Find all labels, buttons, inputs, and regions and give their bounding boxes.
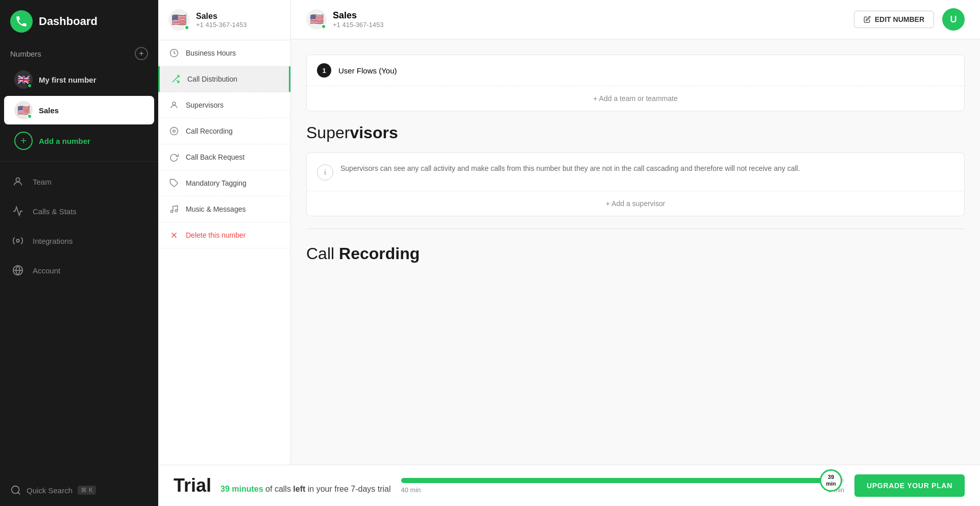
menu-item-business-hours[interactable]: Business Hours	[158, 40, 290, 66]
add-number-label: Add a number	[39, 137, 90, 145]
sidebar: Dashboard Numbers + 🇬🇧 My first number 🇺…	[0, 0, 158, 506]
add-number-item[interactable]: + Add a number	[4, 127, 154, 155]
online-dot	[184, 25, 189, 30]
call-recording-title-light: Call	[306, 244, 339, 263]
section-divider	[306, 229, 965, 229]
middle-panel: 🇺🇸 Sales +1 415-367-1453 Business Hours …	[158, 0, 291, 506]
number-phone: +1 415-367-1453	[196, 21, 247, 29]
x-icon	[168, 230, 180, 241]
number-title-text: Sales +1 415-367-1453	[333, 10, 383, 29]
upgrade-plan-button[interactable]: UPGRADE YOUR PLAN	[854, 474, 965, 497]
call-recording-title: Call Recording	[306, 244, 965, 263]
numbers-section-header: Numbers +	[0, 43, 158, 64]
add-number-circle-btn[interactable]: +	[135, 47, 148, 60]
supervisor-icon	[168, 99, 180, 111]
account-label: Account	[33, 266, 60, 275]
menu-item-call-recording[interactable]: Call Recording	[158, 118, 290, 144]
sidebar-divider	[0, 161, 158, 162]
add-number-icon: +	[14, 132, 33, 150]
callback-icon	[168, 151, 180, 163]
header-number-phone: +1 415-367-1453	[333, 21, 383, 29]
team-label: Team	[33, 178, 52, 186]
globe-icon	[10, 263, 26, 278]
number-info: Sales +1 415-367-1453	[196, 12, 247, 29]
sidebar-item-my-first-number[interactable]: 🇬🇧 My first number	[4, 65, 154, 94]
sidebar-item-team[interactable]: Team	[0, 167, 158, 196]
integrations-icon	[10, 233, 26, 248]
trial-text: 39 minutes of calls left in your free 7-…	[220, 485, 390, 494]
number-name-my-first: My first number	[39, 75, 96, 84]
logo-icon	[10, 10, 33, 33]
menu-label-music-messages: Music & Messages	[186, 205, 246, 213]
menu-item-mandatory-tagging[interactable]: Mandatory Tagging	[158, 170, 290, 196]
edit-icon	[864, 16, 871, 23]
progress-container: 39 min 40 min 0 min	[401, 478, 844, 494]
thumb-line1: 39	[828, 474, 834, 480]
user-flows-name: User Flows (You)	[338, 66, 397, 75]
recording-icon	[168, 125, 180, 137]
menu-item-call-back-request[interactable]: Call Back Request	[158, 144, 290, 170]
sidebar-item-account[interactable]: Account	[0, 256, 158, 285]
add-team-label: + Add a team or teammate	[593, 94, 677, 103]
supervisors-info-text: Supervisors can see any call activity an…	[340, 163, 800, 174]
edit-number-label: EDIT NUMBER	[875, 15, 924, 23]
user-badge: 1	[317, 63, 331, 78]
supervisors-title: Supervisors	[306, 123, 965, 142]
user-flows-card: 1 User Flows (You) + Add a team or teamm…	[306, 55, 965, 111]
number-name-sales: Sales	[39, 106, 59, 115]
progress-fill	[401, 478, 831, 483]
call-recording-title-bold: Recording	[339, 244, 420, 263]
flag-icon-gb: 🇬🇧	[14, 70, 33, 89]
svg-line-5	[18, 492, 20, 494]
add-supervisor-label: + Add a supervisor	[606, 199, 665, 208]
add-team-row[interactable]: + Add a team or teammate	[307, 86, 964, 111]
progress-thumb: 39 min	[820, 469, 842, 492]
svg-point-8	[170, 128, 178, 135]
status-dot-us	[27, 114, 32, 119]
menu-label-call-distribution: Call Distribution	[187, 75, 237, 83]
trial-text-right: in your free 7-days trial	[308, 485, 391, 493]
status-dot-gb	[27, 83, 32, 88]
calls-stats-label: Calls & Stats	[33, 207, 77, 216]
menu-label-delete-number: Delete this number	[186, 231, 246, 239]
sidebar-item-integrations[interactable]: Integrations	[0, 226, 158, 256]
svg-point-7	[173, 102, 176, 105]
trial-bar: Trial 39 minutes of calls left in your f…	[158, 465, 980, 506]
svg-point-12	[175, 210, 178, 212]
number-header: 🇺🇸 Sales +1 415-367-1453	[158, 0, 290, 40]
kbd-shortcut: ⌘ K	[78, 486, 96, 495]
trial-minutes: 39 minutes	[220, 485, 263, 493]
supervisors-title-light: Super	[306, 123, 350, 142]
sidebar-item-calls-stats[interactable]: Calls & Stats	[0, 196, 158, 226]
trial-text-middle: of calls	[265, 485, 291, 493]
app-title: Dashboard	[39, 15, 97, 28]
content-body: 1 User Flows (You) + Add a team or teamm…	[291, 39, 980, 340]
add-supervisor-row[interactable]: + Add a supervisor	[307, 191, 964, 216]
menu-item-call-distribution[interactable]: Call Distribution	[158, 66, 290, 92]
edit-number-button[interactable]: EDIT NUMBER	[854, 11, 934, 28]
integrations-label: Integrations	[33, 237, 72, 245]
menu-item-delete-number[interactable]: Delete this number	[158, 222, 290, 248]
distribution-icon	[170, 73, 181, 85]
svg-point-0	[16, 178, 19, 182]
person-icon	[10, 174, 26, 189]
info-icon: i	[317, 164, 333, 181]
menu-item-music-messages[interactable]: Music & Messages	[158, 196, 290, 222]
menu-item-supervisors[interactable]: Supervisors	[158, 92, 290, 118]
menu-label-business-hours: Business Hours	[186, 49, 236, 57]
sidebar-item-sales[interactable]: 🇺🇸 Sales	[4, 96, 154, 124]
search-icon	[10, 485, 21, 496]
flag-icon-us: 🇺🇸	[14, 101, 33, 119]
quick-search-label: Quick Search	[27, 486, 72, 495]
numbers-label: Numbers	[10, 49, 41, 58]
thumb-line2: min	[826, 480, 836, 487]
label-left: 40 min	[401, 486, 421, 494]
quick-search[interactable]: Quick Search ⌘ K	[0, 477, 158, 506]
progress-labels: 40 min 0 min	[401, 486, 844, 494]
chart-icon	[10, 204, 26, 219]
menu-label-call-recording: Call Recording	[186, 127, 233, 135]
main-content: 🇺🇸 Sales +1 415-367-1453 EDIT NUMBER U 1…	[291, 0, 980, 506]
svg-point-9	[173, 130, 176, 133]
svg-point-4	[12, 486, 19, 494]
menu-label-call-back-request: Call Back Request	[186, 153, 244, 161]
